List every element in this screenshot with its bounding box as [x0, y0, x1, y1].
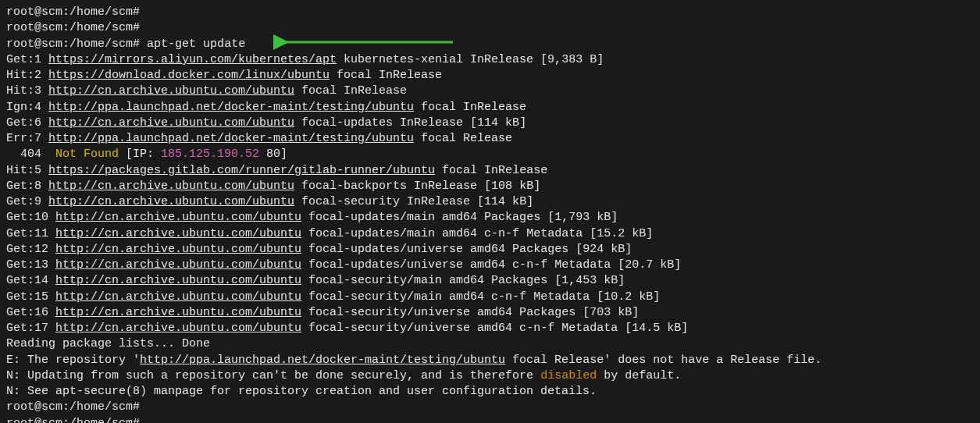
output-line-error: E: The repository 'http://ppa.launchpad.…: [6, 353, 974, 368]
repo-url: http://cn.archive.ubuntu.com/ubuntu: [48, 195, 294, 208]
prompt-path: /home/scm: [69, 5, 133, 19]
output-line: Get:15 http://cn.archive.ubuntu.com/ubun…: [6, 290, 974, 305]
repo-url: http://ppa.launchpad.net/docker-maint/te…: [48, 101, 414, 114]
output-line: Reading package lists... Done: [6, 336, 974, 352]
output-line: Get:10 http://cn.archive.ubuntu.com/ubun…: [6, 210, 974, 226]
error-status: Not Found: [55, 148, 119, 161]
output-line: Get:9 http://cn.archive.ubuntu.com/ubunt…: [6, 194, 974, 210]
repo-url: http://cn.archive.ubuntu.com/ubuntu: [48, 84, 294, 98]
repo-url: https://mirrors.aliyun.com/kubernetes/ap…: [48, 53, 337, 66]
output-line: Get:12 http://cn.archive.ubuntu.com/ubun…: [6, 242, 974, 258]
prompt-line: root@scm:/home/scm#: [6, 416, 974, 424]
repo-url: http://cn.archive.ubuntu.com/ubuntu: [55, 306, 301, 319]
prompt-user: root: [6, 5, 34, 19]
output-line: Get:8 http://cn.archive.ubuntu.com/ubunt…: [6, 179, 974, 194]
output-line: Get:14 http://cn.archive.ubuntu.com/ubun…: [6, 273, 974, 289]
prompt-line: root@scm:/home/scm#: [6, 5, 974, 20]
output-line: Hit:5 https://packages.gitlab.com/runner…: [6, 163, 974, 179]
repo-url: https://packages.gitlab.com/runner/gitla…: [48, 164, 435, 177]
output-line: Get:13 http://cn.archive.ubuntu.com/ubun…: [6, 258, 974, 273]
prompt-line: root@scm:/home/scm#: [6, 20, 974, 36]
output-line-notice: N: Updating from such a repository can't…: [6, 368, 974, 384]
output-line: Get:6 http://cn.archive.ubuntu.com/ubunt…: [6, 116, 974, 131]
output-line: Err:7 http://ppa.launchpad.net/docker-ma…: [6, 131, 974, 147]
output-line: Get:11 http://cn.archive.ubuntu.com/ubun…: [6, 226, 974, 242]
repo-url: http://cn.archive.ubuntu.com/ubuntu: [55, 211, 301, 224]
output-line-notice: N: See apt-secure(8) manpage for reposit…: [6, 384, 974, 400]
repo-url: https://download.docker.com/linux/ubuntu: [48, 69, 330, 82]
repo-url: http://cn.archive.ubuntu.com/ubuntu: [55, 258, 301, 272]
output-line: Ign:4 http://ppa.launchpad.net/docker-ma…: [6, 100, 974, 116]
repo-url: http://cn.archive.ubuntu.com/ubuntu: [55, 227, 301, 240]
output-line: Get:17 http://cn.archive.ubuntu.com/ubun…: [6, 321, 974, 336]
repo-url: http://cn.archive.ubuntu.com/ubuntu: [55, 322, 301, 335]
prompt-line: root@scm:/home/scm#: [6, 400, 974, 415]
repo-url: http://cn.archive.ubuntu.com/ubuntu: [55, 290, 301, 304]
output-line: Get:16 http://cn.archive.ubuntu.com/ubun…: [6, 305, 974, 321]
command-line: root@scm:/home/scm# apt-get update: [6, 37, 974, 52]
repo-url: http://cn.archive.ubuntu.com/ubuntu: [48, 180, 294, 193]
output-line: Hit:3 http://cn.archive.ubuntu.com/ubunt…: [6, 84, 974, 99]
terminal[interactable]: root@scm:/home/scm# root@scm:/home/scm# …: [0, 0, 980, 423]
error-ip: 185.125.190.52: [161, 148, 259, 161]
prompt-host: scm: [41, 5, 62, 19]
repo-url: http://ppa.launchpad.net/docker-maint/te…: [140, 354, 505, 367]
repo-url: http://ppa.launchpad.net/docker-maint/te…: [48, 132, 414, 145]
prompt-symbol: #: [133, 5, 140, 19]
disabled-word: disabled: [540, 369, 597, 382]
output-line-error: 404 Not Found [IP: 185.125.190.52 80]: [6, 147, 974, 162]
output-line: Get:1 https://mirrors.aliyun.com/kuberne…: [6, 52, 974, 68]
repo-url: http://cn.archive.ubuntu.com/ubuntu: [55, 274, 301, 287]
command-text: apt-get update: [147, 37, 245, 51]
repo-url: http://cn.archive.ubuntu.com/ubuntu: [55, 243, 301, 256]
output-line: Hit:2 https://download.docker.com/linux/…: [6, 68, 974, 84]
repo-url: http://cn.archive.ubuntu.com/ubuntu: [48, 116, 294, 130]
